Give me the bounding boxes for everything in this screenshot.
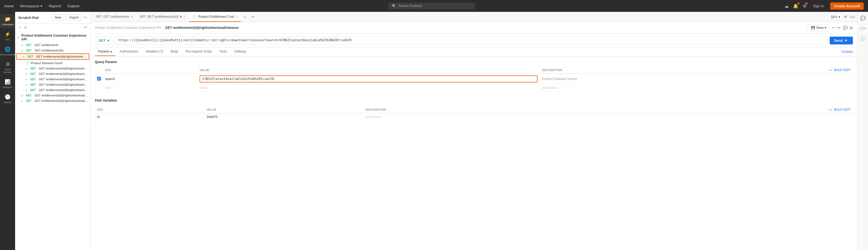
collection-root[interactable]: ▾ Product Entitlement Customer Experienc… xyxy=(15,33,90,42)
import-button[interactable]: Import xyxy=(66,14,82,21)
sidebar-item-history[interactable]: 🕐 History xyxy=(0,92,15,106)
tree-item-2[interactable]: ▸ GET GET /entitlements/{id} xyxy=(15,48,90,53)
workspaces-nav[interactable]: Workspaces ▾ xyxy=(20,4,42,8)
tab-body[interactable]: Body xyxy=(167,47,181,56)
pv-description: Description xyxy=(363,113,853,121)
value-placeholder[interactable]: Value xyxy=(197,84,540,92)
eye-icon[interactable]: 👁 xyxy=(844,15,847,19)
environment-selector[interactable]: QAS ▾ xyxy=(828,14,843,20)
edit-icon[interactable]: ✏ xyxy=(838,26,841,30)
more-options-icon[interactable]: ••• xyxy=(832,26,835,30)
icon-sidebar: 📁 Collections ⚡ APIs 🌐 Environments 🖥 Mo… xyxy=(0,12,15,250)
comment-icon[interactable]: 💬 xyxy=(843,26,847,30)
panel-header: Scratch Pad New Import ••• xyxy=(15,12,90,24)
breadcrumb-separator: / xyxy=(163,26,163,30)
description-header: DESCRIPTION ••• Bulk Edit xyxy=(540,67,853,74)
tree-item-9[interactable]: ▸ GET GET /entitlements/{id}/rights/down… xyxy=(15,87,90,93)
tab-close-icon[interactable]: ✕ xyxy=(236,15,238,18)
tab-close-icon[interactable]: ✕ xyxy=(130,15,133,18)
tab-headers[interactable]: Headers (7) xyxy=(143,47,166,56)
pv-key: id xyxy=(95,113,205,121)
mock-servers-icon: 🖥 xyxy=(5,62,10,67)
chevron-right-icon: ▸ xyxy=(26,72,29,75)
add-tab-button[interactable]: ＋ xyxy=(241,14,248,20)
chevron-right-icon: ▸ xyxy=(22,49,25,52)
panel-more-icon[interactable]: ••• xyxy=(84,15,87,20)
tabs-bar: GET GET /entitlements ✕ GET GET /entitle… xyxy=(91,12,857,22)
send-button[interactable]: Send ▾ xyxy=(830,37,853,44)
sidebar-item-collections[interactable]: 📁 Collections xyxy=(0,14,15,28)
save-button[interactable]: 💾 Save ▾ xyxy=(808,24,830,31)
bell-icon[interactable]: 🔔 xyxy=(793,3,798,9)
method-selector[interactable]: GET ▾ xyxy=(95,37,113,44)
tree-item-label: GET /entitlements xyxy=(34,43,88,47)
sidebar-toggle-icon[interactable]: ⊞ xyxy=(850,26,853,30)
tab-authorization[interactable]: Authorization xyxy=(116,47,142,56)
settings-icon[interactable]: ⚙ xyxy=(803,3,806,9)
tab-pre-request[interactable]: Pre-request Script xyxy=(182,47,215,56)
tab-close-icon[interactable]: ✕ xyxy=(183,15,185,18)
add-collection-icon[interactable]: ＋ xyxy=(18,25,22,30)
tree-item-8[interactable]: ▸ GET GET /entitlements/{id}/rights/down… xyxy=(15,82,90,87)
request-header: Product Entitlement Customer Experience … xyxy=(91,22,857,34)
pv-bulk-edit-button[interactable]: Bulk Edit xyxy=(834,108,851,111)
tree-item-6[interactable]: ▸ GET GET /entitlements/{id}/rights/down… xyxy=(15,71,90,76)
chevron-down-icon: ▾ xyxy=(17,36,20,39)
path-vars-title: Path Variables xyxy=(95,96,117,104)
params-content: Query Params KEY VALUE DESCRIPTION ••• xyxy=(91,56,857,250)
param-value-cell[interactable] xyxy=(197,74,540,84)
toolbar-more-icon[interactable]: ••• xyxy=(84,26,87,29)
method-label: GET xyxy=(98,38,106,43)
tab-get-entitlements-id[interactable]: GET GET /entitlements/{id} ✕ xyxy=(136,12,189,22)
info-icon[interactable]: ⓘ xyxy=(859,35,867,44)
bulk-edit-button[interactable]: Bulk Edit xyxy=(834,68,851,72)
tree-item-10[interactable]: ▸ GET GET /entitlements/{id}/rights/down… xyxy=(15,93,90,98)
more-icon[interactable]: ••• xyxy=(829,68,832,72)
url-input[interactable] xyxy=(115,36,828,44)
tree-item-7[interactable]: ▸ GET GET /entitlements/{id}/rights/down… xyxy=(15,76,90,82)
create-account-button[interactable]: Create Account xyxy=(830,2,864,10)
chevron-down-icon: ▾ xyxy=(839,15,840,19)
tree-item-3[interactable]: ▾ GET GET /entitlements/{id}/rights/down… xyxy=(16,53,89,60)
cloud-icon[interactable]: ☁ xyxy=(784,3,789,9)
tree-item-folder[interactable]: 📄 Product Releases found xyxy=(15,60,90,66)
cookies-link[interactable]: Cookies xyxy=(841,50,853,53)
sidebar-item-apis[interactable]: ⚡ APIs xyxy=(0,29,15,43)
tab-params[interactable]: Params xyxy=(95,47,115,56)
search-icon: 🔍 xyxy=(392,4,396,8)
code-panel-icon[interactable]: </> xyxy=(858,25,867,33)
reports-nav[interactable]: Reports xyxy=(49,4,61,8)
tree-item-1[interactable]: ▸ GET GET /entitlements xyxy=(15,42,90,48)
param-value-input[interactable] xyxy=(199,75,538,82)
search-bar[interactable]: 🔍 Search Postman xyxy=(389,3,475,9)
filter-icon[interactable]: ≡ xyxy=(24,25,26,30)
sidebar-item-monitors[interactable]: 📊 Monitors xyxy=(0,77,15,91)
tab-get-entitlements[interactable]: GET GET /entitlements ✕ xyxy=(93,12,136,22)
pv-value[interactable]: 344470 xyxy=(205,113,363,121)
tab-tests[interactable]: Tests xyxy=(216,47,230,56)
tree-item-11[interactable]: ▸ GET GET /entitlements/{id}/rights/down… xyxy=(15,98,90,103)
method-badge-get: GET xyxy=(26,94,33,97)
explore-nav[interactable]: Explore xyxy=(68,4,80,8)
new-button[interactable]: New xyxy=(52,14,64,21)
tree-item-label: GET /entitlements/{id}/rights/download/r… xyxy=(39,88,88,92)
chat-icon[interactable]: 💬 xyxy=(859,14,867,22)
sign-in-button[interactable]: Sign In xyxy=(811,3,826,9)
tab-settings[interactable]: Settings xyxy=(231,47,249,56)
pv-more-icon[interactable]: ••• xyxy=(829,108,832,111)
send-dropdown[interactable]: ▾ xyxy=(843,38,848,43)
sidebar-item-mock-servers[interactable]: 🖥 Mock Servers xyxy=(0,59,15,76)
home-nav[interactable]: Home xyxy=(4,4,14,8)
key-placeholder[interactable]: Key xyxy=(103,84,197,92)
sidebar-item-environments[interactable]: 🌐 Environments xyxy=(0,44,15,58)
path-vars-table: KEY VALUE DESCRIPTION ••• Bulk Edit xyxy=(95,106,853,121)
more-tabs-icon[interactable]: ••• xyxy=(249,15,257,19)
save-icon: 💾 xyxy=(811,26,815,30)
code-icon[interactable]: </> xyxy=(850,15,855,19)
param-checkbox[interactable] xyxy=(97,77,101,80)
tree-item-5[interactable]: ▸ GET GET /entitlements/{id}/rights/down… xyxy=(15,66,90,71)
param-key: search xyxy=(103,74,197,84)
chevron-right-icon: ▸ xyxy=(22,94,25,97)
tab-product-entitlement[interactable]: 📄 Product Entitlement Cust ✕ xyxy=(189,12,241,22)
main-layout: 📁 Collections ⚡ APIs 🌐 Environments 🖥 Mo… xyxy=(0,12,868,250)
